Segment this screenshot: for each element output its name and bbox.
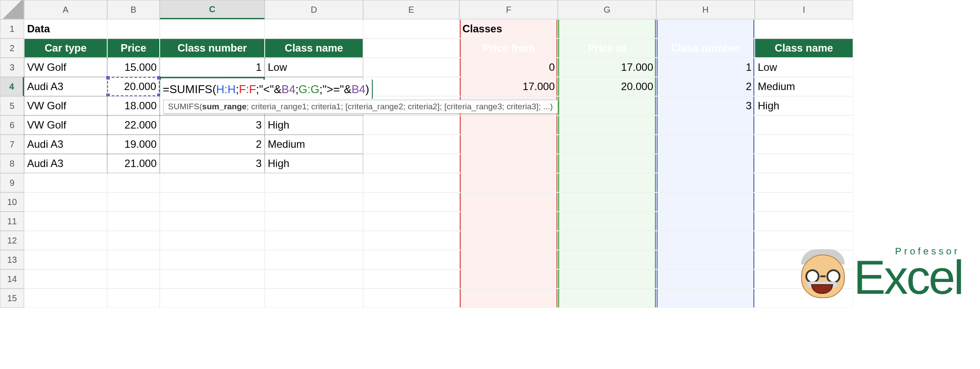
cell-G3[interactable]: 17.000 [558,58,656,77]
cell-F6[interactable] [459,115,558,135]
cell-H15[interactable] [656,289,755,308]
cell-B6[interactable]: 22.000 [107,115,160,135]
cell-H13[interactable] [656,250,755,269]
cell-F4[interactable]: 17.000 [459,77,558,96]
cell-C12[interactable] [160,231,265,250]
col-header-H[interactable]: H [656,0,755,19]
col-header-B[interactable]: B [107,0,160,19]
cell-F12[interactable] [459,231,558,250]
cell-G11[interactable] [558,212,656,231]
cell-C13[interactable] [160,250,265,269]
cell-G2[interactable]: Price to [558,38,656,58]
cell-A12[interactable] [24,231,107,250]
cell-H10[interactable] [656,192,755,212]
cell-I10[interactable] [755,192,853,212]
cell-C2[interactable]: Class number [160,38,265,58]
cell-I11[interactable] [755,212,853,231]
cell-C1[interactable] [160,19,265,38]
cell-B5[interactable]: 18.000 [107,96,160,115]
cell-B9[interactable] [107,173,160,192]
cell-F1[interactable]: Classes [459,19,558,38]
cell-D11[interactable] [265,212,363,231]
cell-H8[interactable] [656,154,755,173]
col-header-G[interactable]: G [558,0,656,19]
cell-C15[interactable] [160,289,265,308]
cell-G1[interactable] [558,19,656,38]
cell-I1[interactable] [755,19,853,38]
cell-E13[interactable] [363,250,459,269]
cell-A10[interactable] [24,192,107,212]
row-header-2[interactable]: 2 [0,38,24,58]
cell-E7[interactable] [363,135,459,154]
cell-D15[interactable] [265,289,363,308]
cell-I3[interactable]: Low [755,58,853,77]
cell-G5[interactable] [558,96,656,115]
cell-H2[interactable]: Class number [656,38,755,58]
cell-F8[interactable] [459,154,558,173]
cell-A14[interactable] [24,269,107,289]
cell-G10[interactable] [558,192,656,212]
cell-A2[interactable]: Car type [24,38,107,58]
col-header-A[interactable]: A [24,0,107,19]
cell-A13[interactable] [24,250,107,269]
row-header-6[interactable]: 6 [0,115,24,135]
cell-E6[interactable] [363,115,459,135]
cell-A4[interactable]: Audi A3 [24,77,107,96]
row-header-10[interactable]: 10 [0,192,24,212]
cell-C3[interactable]: 1 [160,58,265,77]
cell-D3[interactable]: Low [265,58,363,77]
row-header-13[interactable]: 13 [0,250,24,269]
cell-B14[interactable] [107,269,160,289]
cell-F13[interactable] [459,250,558,269]
cell-G8[interactable] [558,154,656,173]
cell-A1[interactable]: Data [24,19,107,38]
cell-C9[interactable] [160,173,265,192]
cell-B13[interactable] [107,250,160,269]
cell-I5[interactable]: High [755,96,853,115]
cell-F3[interactable]: 0 [459,58,558,77]
cell-F11[interactable] [459,212,558,231]
cell-E3[interactable] [363,58,459,77]
row-header-3[interactable]: 3 [0,58,24,77]
cell-H7[interactable] [656,135,755,154]
cell-H12[interactable] [656,231,755,250]
cell-H4[interactable]: 2 [656,77,755,96]
cell-A15[interactable] [24,289,107,308]
cell-C10[interactable] [160,192,265,212]
cell-A3[interactable]: VW Golf [24,58,107,77]
cell-G7[interactable] [558,135,656,154]
col-header-F[interactable]: F [459,0,558,19]
cell-G15[interactable] [558,289,656,308]
cell-A5[interactable]: VW Golf [24,96,107,115]
cell-B15[interactable] [107,289,160,308]
cell-E9[interactable] [363,173,459,192]
cell-E14[interactable] [363,269,459,289]
cell-H6[interactable] [656,115,755,135]
cell-D1[interactable] [265,19,363,38]
cell-B1[interactable] [107,19,160,38]
cell-H11[interactable] [656,212,755,231]
cell-A9[interactable] [24,173,107,192]
cell-F15[interactable] [459,289,558,308]
row-header-5[interactable]: 5 [0,96,24,115]
cell-G4[interactable]: 20.000 [558,77,656,96]
row-header-15[interactable]: 15 [0,289,24,308]
cell-D10[interactable] [265,192,363,212]
cell-E1[interactable] [363,19,459,38]
cell-C7[interactable]: 2 [160,135,265,154]
cell-D14[interactable] [265,269,363,289]
cell-B7[interactable]: 19.000 [107,135,160,154]
cell-B3[interactable]: 15.000 [107,58,160,77]
cell-C6[interactable]: 3 [160,115,265,135]
cell-D9[interactable] [265,173,363,192]
cell-E15[interactable] [363,289,459,308]
cell-A6[interactable]: VW Golf [24,115,107,135]
cell-I7[interactable] [755,135,853,154]
cell-C14[interactable] [160,269,265,289]
cell-G14[interactable] [558,269,656,289]
cell-H1[interactable] [656,19,755,38]
cell-H5[interactable]: 3 [656,96,755,115]
cell-D8[interactable]: High [265,154,363,173]
col-header-D[interactable]: D [265,0,363,19]
cell-G13[interactable] [558,250,656,269]
